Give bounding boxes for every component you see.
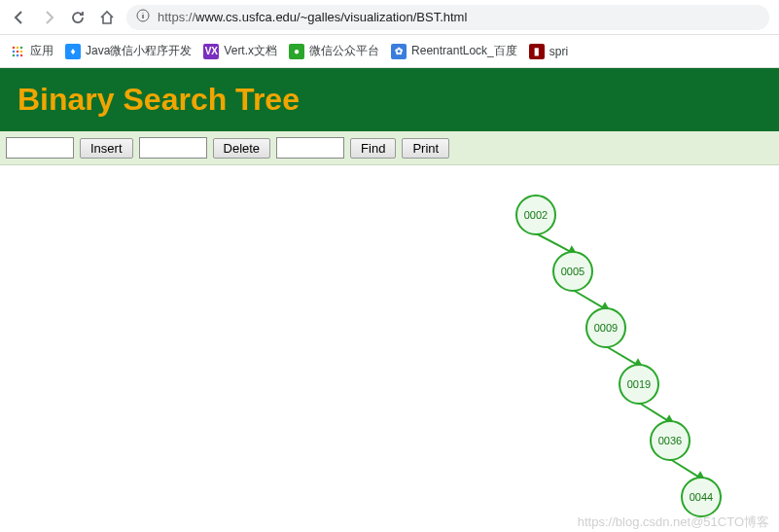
tree-node: 0019 — [619, 364, 659, 405]
bookmarks-bar: 应用 ♦Java微信小程序开发VXVert.x文档●微信公众平台✿Reentra… — [0, 35, 779, 68]
watermark-text: https://blog.csdn.net@51CTO博客 — [578, 514, 769, 531]
svg-point-9 — [13, 53, 16, 56]
bookmark-item[interactable]: ▮spri — [529, 44, 568, 59]
reload-button[interactable] — [68, 8, 88, 27]
tree-node: 0009 — [585, 307, 626, 348]
home-button[interactable] — [97, 8, 117, 27]
bookmark-icon: ✿ — [391, 44, 407, 59]
svg-point-8 — [20, 50, 23, 53]
find-input[interactable] — [276, 137, 344, 159]
tree-node: 0036 — [650, 420, 690, 461]
delete-input[interactable] — [139, 137, 207, 159]
bookmark-label: ReentrantLock_百度 — [411, 43, 517, 59]
delete-button[interactable]: Delete — [213, 138, 271, 159]
visualization-area: https://blog.csdn.net@51CTO博客 0002000500… — [0, 165, 779, 532]
svg-point-5 — [20, 46, 23, 49]
svg-point-4 — [17, 46, 19, 49]
find-button[interactable]: Find — [350, 138, 396, 159]
apps-icon — [10, 44, 25, 59]
url-bar[interactable]: https://www.cs.usfca.edu/~galles/visuali… — [126, 5, 769, 30]
browser-toolbar: https://www.cs.usfca.edu/~galles/visuali… — [0, 0, 779, 35]
page-header: Binary Search Tree — [0, 68, 779, 131]
svg-point-3 — [13, 46, 16, 49]
info-icon — [136, 9, 150, 26]
svg-point-7 — [17, 50, 19, 53]
bookmark-label: Vert.x文档 — [224, 43, 277, 59]
insert-button[interactable]: Insert — [80, 138, 133, 159]
insert-input[interactable] — [6, 137, 74, 159]
svg-point-6 — [13, 50, 16, 53]
svg-point-10 — [17, 53, 19, 56]
tree-node: 0044 — [681, 477, 722, 517]
bookmark-icon: ▮ — [529, 44, 545, 59]
back-button[interactable] — [10, 8, 29, 27]
forward-button[interactable] — [39, 8, 58, 27]
apps-label: 应用 — [30, 43, 53, 59]
page-title: Binary Search Tree — [18, 82, 761, 118]
url-host-path: www.cs.usfca.edu/~galles/visualization/B… — [195, 10, 467, 24]
bookmark-icon: ● — [289, 44, 304, 59]
bookmark-item[interactable]: VXVert.x文档 — [203, 43, 277, 59]
url-scheme: https:// — [158, 10, 195, 24]
bookmark-label: Java微信小程序开发 — [86, 43, 192, 59]
bookmark-item[interactable]: ✿ReentrantLock_百度 — [391, 43, 517, 59]
tree-node: 0002 — [515, 195, 556, 235]
tree-node: 0005 — [552, 251, 593, 292]
bookmark-label: 微信公众平台 — [309, 43, 379, 59]
bookmark-icon: ♦ — [65, 44, 81, 59]
bookmark-label: spri — [549, 45, 568, 58]
apps-button[interactable]: 应用 — [10, 43, 53, 59]
bookmark-item[interactable]: ♦Java微信小程序开发 — [65, 43, 192, 59]
bookmark-icon: VX — [203, 44, 219, 59]
svg-point-11 — [20, 53, 23, 56]
url-text: https://www.cs.usfca.edu/~galles/visuali… — [158, 10, 760, 24]
bookmark-item[interactable]: ●微信公众平台 — [289, 43, 379, 59]
print-button[interactable]: Print — [402, 138, 449, 159]
controls-bar: Insert Delete Find Print — [0, 131, 779, 165]
